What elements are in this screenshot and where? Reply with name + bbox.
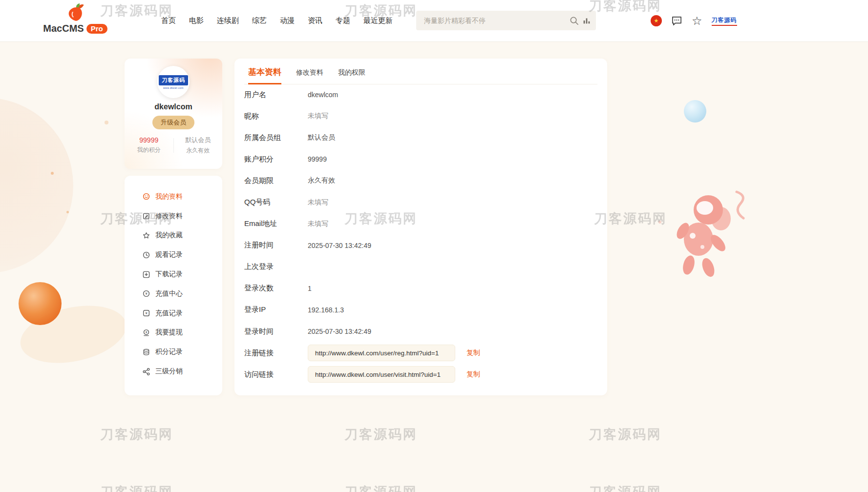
row-membership-term: 会员期限 永久有效 xyxy=(244,170,597,191)
row-value: 未填写 xyxy=(308,112,328,121)
row-qq: QQ号码 未填写 xyxy=(244,191,597,213)
copy-register-link-button[interactable]: 复制 xyxy=(466,348,480,357)
row-label: 注册链接 xyxy=(244,348,308,358)
row-username: 用户名 dkewlcom xyxy=(244,84,597,105)
upgrade-member-button[interactable]: 升级会员 xyxy=(152,116,194,129)
avatar-logo-text: 刀客源码 xyxy=(159,75,188,85)
watermark-text: 刀客源码网 xyxy=(100,426,173,443)
menu-item-withdraw[interactable]: ¥ 我要提现 xyxy=(125,323,222,343)
nav-item-movies[interactable]: 电影 xyxy=(189,16,204,25)
menu-item-distribution[interactable]: 三级分销 xyxy=(125,362,222,381)
nav-item-variety[interactable]: 综艺 xyxy=(252,16,267,25)
visit-link-input[interactable] xyxy=(308,366,455,383)
favorites-star-icon[interactable]: ☆ xyxy=(692,15,702,27)
row-label: 注册时间 xyxy=(244,241,308,250)
points-label: 我的积分 xyxy=(125,146,173,154)
nav-item-topics[interactable]: 专题 xyxy=(336,16,350,25)
row-value: 默认会员 xyxy=(308,133,335,142)
download-icon xyxy=(142,271,150,278)
decorative-dot xyxy=(66,211,69,213)
nav-item-series[interactable]: 连续剧 xyxy=(217,16,239,25)
row-value: 2025-07-30 13:42:49 xyxy=(308,328,371,335)
points-stat: 99999 我的积分 xyxy=(125,136,173,154)
site-logo[interactable]: MacCMS Pro xyxy=(43,2,107,34)
row-last-login: 上次登录 xyxy=(244,256,597,278)
withdraw-icon: ¥ xyxy=(142,329,150,336)
row-member-group: 所属会员组 默认会员 xyxy=(244,127,597,148)
row-value: dkewlcom xyxy=(308,91,338,99)
row-value: 未填写 xyxy=(308,220,328,228)
decorative-dot xyxy=(105,121,108,124)
language-flag-icon[interactable]: ★ xyxy=(651,15,662,26)
profile-icon xyxy=(142,193,150,200)
menu-item-edit-profile[interactable]: 修改资料 xyxy=(125,206,222,226)
menu-item-points-history[interactable]: 积分记录 xyxy=(125,342,222,362)
search-icon[interactable] xyxy=(568,11,580,30)
decorative-dot xyxy=(658,221,661,224)
header: MacCMS Pro 首页 电影 连续剧 综艺 动漫 资讯 专题 最近更新 ★ xyxy=(0,0,868,41)
menu-item-recharge-center[interactable]: ¥ 充值中心 xyxy=(125,284,222,304)
logo-text: MacCMS Pro xyxy=(43,23,107,34)
watermark-text: 刀客源码网 xyxy=(344,426,418,443)
search-input[interactable] xyxy=(416,11,568,30)
svg-text:¥: ¥ xyxy=(145,292,148,296)
menu-item-download-history[interactable]: 下载记录 xyxy=(125,265,222,284)
menu-item-favorites[interactable]: 我的收藏 xyxy=(125,226,222,246)
sidebar-menu: 我的资料 修改资料 我的收藏 观看记录 下载记录 ¥ 充值中心 ¥ 充值记录 ¥… xyxy=(125,176,222,395)
info-rows: 用户名 dkewlcom 昵称 未填写 所属会员组 默认会员 账户积分 9999… xyxy=(244,84,597,385)
row-login-time: 登录时间 2025-07-30 13:42:49 xyxy=(244,321,597,342)
svg-text:¥: ¥ xyxy=(145,330,147,334)
row-register-link: 注册链接 复制 xyxy=(244,342,597,364)
recharge-record-icon: ¥ xyxy=(142,309,150,317)
row-label: 登录时间 xyxy=(244,327,308,336)
watermark-text: 刀客源码网 xyxy=(344,483,418,492)
row-label: 所属会员组 xyxy=(244,133,308,143)
decorative-circle xyxy=(0,98,73,273)
username: dkewlcom xyxy=(125,102,222,111)
row-value: 192.168.1.3 xyxy=(308,306,344,314)
profile-card: 刀客源码 www.dkewl.com dkewlcom 升级会员 99999 我… xyxy=(125,59,222,169)
star-icon xyxy=(142,232,150,239)
blue-sphere-decoration xyxy=(684,100,706,123)
ranking-chart-icon[interactable] xyxy=(580,11,593,30)
row-login-count: 登录次数 1 xyxy=(244,278,597,299)
row-value: 99999 xyxy=(308,155,327,163)
profile-stats: 99999 我的积分 默认会员 永久有效 xyxy=(125,136,222,155)
row-label: 用户名 xyxy=(244,90,308,100)
nav-item-anime[interactable]: 动漫 xyxy=(280,16,295,25)
astronaut-illustration xyxy=(663,184,751,289)
tab-edit-info[interactable]: 修改资料 xyxy=(296,68,323,84)
row-label: QQ号码 xyxy=(244,198,308,207)
profile-details-panel: 基本资料 修改资料 我的权限 用户名 dkewlcom 昵称 未填写 所属会员组… xyxy=(234,59,607,395)
row-email: Email地址 未填写 xyxy=(244,213,597,235)
nav-item-news[interactable]: 资讯 xyxy=(308,16,322,25)
row-label: 登录IP xyxy=(244,305,308,314)
header-actions: ★ ☆ 刀客源码 xyxy=(651,0,737,41)
copy-visit-link-button[interactable]: 复制 xyxy=(466,370,480,379)
row-label: 昵称 xyxy=(244,112,308,121)
points-value: 99999 xyxy=(125,136,173,144)
menu-item-watch-history[interactable]: 观看记录 xyxy=(125,245,222,265)
menu-item-recharge-history[interactable]: ¥ 充值记录 xyxy=(125,304,222,323)
row-value: 未填写 xyxy=(308,198,328,207)
tab-permissions[interactable]: 我的权限 xyxy=(338,68,365,84)
clock-icon xyxy=(142,251,150,259)
row-label: 访问链接 xyxy=(244,370,308,379)
points-database-icon xyxy=(142,348,150,356)
watermark-text: 刀客源码网 xyxy=(100,483,173,492)
tab-basic-info[interactable]: 基本资料 xyxy=(248,66,281,84)
row-nickname: 昵称 未填写 xyxy=(244,105,597,127)
edit-icon xyxy=(142,212,150,220)
membership-stat: 默认会员 永久有效 xyxy=(174,136,223,155)
row-label: Email地址 xyxy=(244,219,308,228)
decorative-blob xyxy=(15,297,131,371)
menu-item-profile[interactable]: 我的资料 xyxy=(125,187,222,206)
register-link-input[interactable] xyxy=(308,345,455,361)
nav-item-latest-updates[interactable]: 最近更新 xyxy=(363,16,393,25)
dkewl-brand-logo[interactable]: 刀客源码 xyxy=(712,16,737,26)
nav-item-home[interactable]: 首页 xyxy=(161,16,176,25)
tabs: 基本资料 修改资料 我的权限 xyxy=(244,66,597,84)
message-icon[interactable] xyxy=(671,15,682,26)
search-bar xyxy=(416,11,596,30)
orange-sphere-decoration xyxy=(19,282,62,325)
